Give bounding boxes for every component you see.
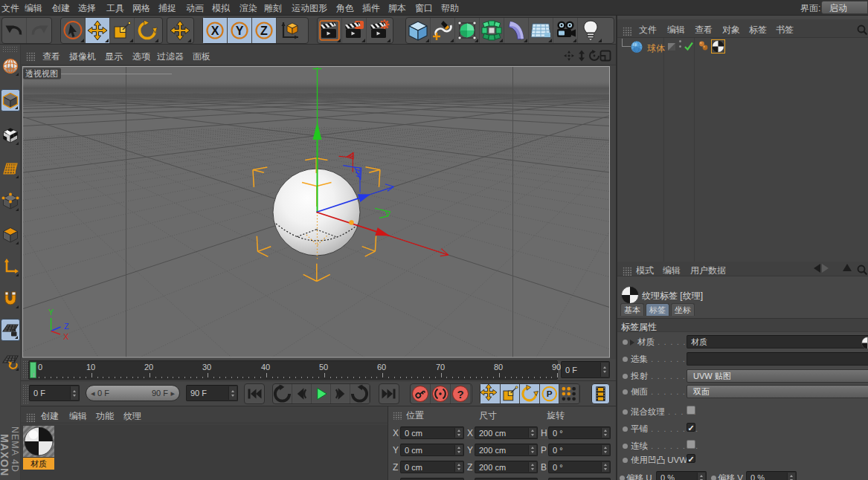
svg-text:Z: Z [64, 322, 69, 331]
svg-text:Y: Y [236, 25, 244, 37]
svg-text:?: ? [457, 388, 463, 400]
svg-text:X: X [63, 332, 69, 341]
svg-text:P: P [546, 389, 552, 398]
svg-text:Z: Z [260, 25, 268, 37]
svg-text:透视视图: 透视视图 [25, 69, 58, 78]
svg-text:Y: Y [48, 308, 54, 317]
svg-text:X: X [211, 25, 219, 37]
